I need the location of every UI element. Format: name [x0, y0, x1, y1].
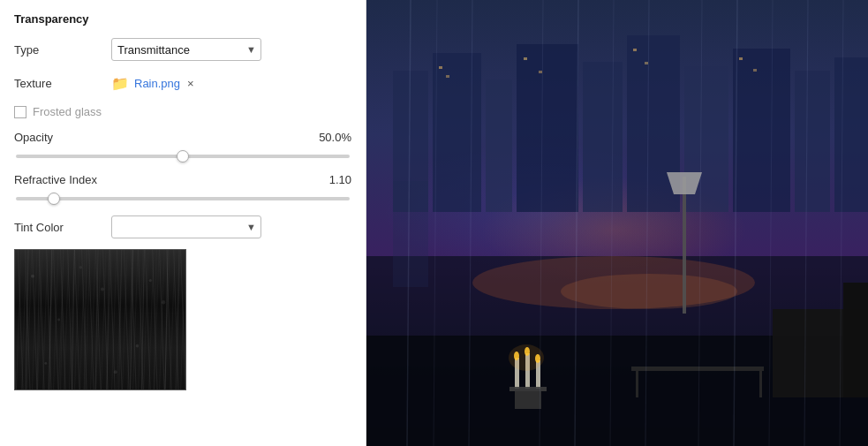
- tint-color-row: Tint Color ▼: [14, 215, 351, 238]
- folder-icon[interactable]: 📁: [111, 75, 129, 92]
- texture-label: Texture: [14, 77, 111, 90]
- texture-file-row: 📁 Rain.png ×: [111, 75, 351, 92]
- svg-line-9: [131, 250, 133, 389]
- type-label: Type: [14, 43, 111, 57]
- svg-line-10: [141, 250, 144, 389]
- svg-line-7: [107, 250, 109, 389]
- refractive-slider-container: [14, 190, 351, 203]
- rain-texture-svg: [15, 250, 185, 389]
- refractive-row: Refractive Index 1.10: [14, 173, 351, 186]
- svg-point-20: [79, 266, 83, 269]
- texture-value: 📁 Rain.png ×: [111, 75, 351, 92]
- svg-line-11: [154, 250, 156, 389]
- svg-line-13: [177, 250, 179, 389]
- refractive-slider[interactable]: [16, 197, 350, 200]
- frosted-glass-row: Frosted glass: [14, 105, 351, 118]
- svg-line-5: [84, 250, 87, 389]
- section-title: Transparency: [14, 12, 351, 26]
- svg-point-15: [57, 319, 60, 321]
- glass-panels: [366, 0, 868, 446]
- frosted-glass-label: Frosted glass: [33, 105, 102, 118]
- svg-point-14: [31, 275, 34, 278]
- refractive-label: Refractive Index: [14, 173, 138, 186]
- tint-color-select[interactable]: [111, 215, 261, 238]
- svg-line-12: [165, 250, 168, 389]
- svg-point-22: [149, 279, 152, 282]
- svg-line-24: [557, 0, 567, 446]
- svg-line-0: [26, 250, 28, 389]
- svg-line-4: [72, 250, 74, 389]
- texture-filename-link[interactable]: Rain.png: [134, 77, 180, 90]
- opacity-value: 50.0%: [319, 131, 351, 144]
- tint-dropdown-wrapper: ▼: [111, 215, 261, 238]
- opacity-row: Opacity 50.0%: [14, 131, 351, 144]
- type-value: TransmittanceAlphaNone ▼: [111, 38, 351, 61]
- svg-line-6: [95, 250, 98, 389]
- svg-line-1: [37, 250, 40, 389]
- svg-point-16: [101, 287, 104, 291]
- refractive-value: 1.10: [329, 173, 351, 186]
- type-row: Type TransmittanceAlphaNone ▼: [14, 38, 351, 61]
- texture-row: Texture 📁 Rain.png ×: [14, 72, 351, 94]
- texture-preview-inner: [15, 250, 185, 389]
- glass-panel-1: [366, 0, 534, 446]
- opacity-slider[interactable]: [16, 155, 350, 158]
- svg-line-23: [457, 0, 466, 446]
- svg-point-21: [114, 370, 117, 374]
- type-select[interactable]: TransmittanceAlphaNone: [111, 38, 261, 61]
- opacity-label: Opacity: [14, 131, 138, 144]
- frosted-glass-checkbox[interactable]: [14, 106, 26, 118]
- svg-point-18: [162, 300, 165, 304]
- remove-texture-button[interactable]: ×: [185, 78, 196, 89]
- svg-line-2: [49, 250, 52, 389]
- svg-point-17: [136, 344, 140, 348]
- properties-panel: Transparency Type TransmittanceAlphaNone…: [0, 0, 366, 446]
- tint-color-label: Tint Color: [14, 221, 111, 234]
- scene-viewport: [366, 0, 868, 446]
- rain-overlay-1: [366, 0, 868, 446]
- opacity-slider-container: [14, 147, 351, 161]
- type-dropdown-wrapper: TransmittanceAlphaNone ▼: [111, 38, 261, 61]
- svg-point-19: [44, 362, 47, 365]
- svg-line-8: [119, 250, 122, 389]
- svg-line-3: [61, 250, 64, 389]
- svg-line-26: [758, 0, 767, 446]
- texture-preview: [14, 249, 186, 390]
- svg-line-25: [657, 0, 667, 446]
- tint-color-value: ▼: [111, 215, 351, 238]
